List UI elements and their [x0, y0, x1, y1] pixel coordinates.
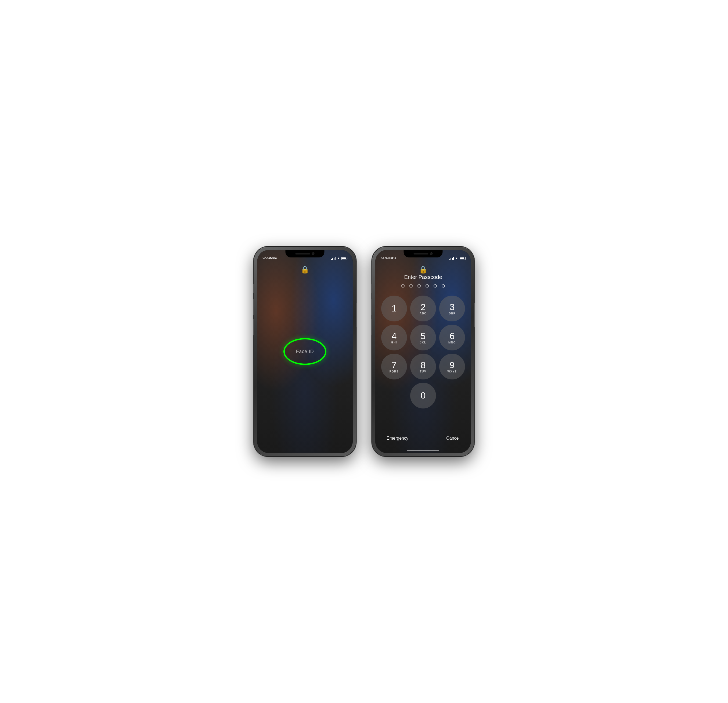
status-icons-2: ▲ [449, 256, 465, 260]
key-0-num: 0 [421, 391, 426, 400]
key-6[interactable]: 6 MNO [439, 325, 465, 350]
key-8-num: 8 [421, 360, 426, 369]
phone-screen-1: Vodafone ▲ 🔒 Face ID [257, 250, 353, 453]
face-id-oval[interactable]: Face ID [283, 338, 326, 365]
key-8-letters: TUV [420, 370, 427, 373]
face-id-label: Face ID [296, 349, 314, 354]
passcode-dot-4 [426, 284, 429, 288]
notch-2 [404, 250, 443, 257]
battery-icon-2 [459, 257, 465, 260]
battery-icon [341, 257, 347, 260]
key-7-num: 7 [391, 360, 397, 369]
speaker [296, 253, 310, 255]
key-3-letters: DEF [449, 312, 456, 315]
passcode-dot-1 [402, 284, 404, 288]
key-7[interactable]: 7 PQRS [381, 354, 407, 379]
key-9[interactable]: 9 WXYZ [439, 354, 465, 379]
key-9-num: 9 [450, 360, 455, 369]
front-camera [312, 252, 315, 255]
key-4-letters: GHI [391, 341, 397, 344]
key-4[interactable]: 4 GHI [381, 325, 407, 350]
key-6-letters: MNO [448, 341, 456, 344]
key-5-num: 5 [421, 331, 426, 340]
cancel-button[interactable]: Cancel [443, 434, 463, 443]
lock-icon-1: 🔒 [300, 266, 309, 274]
key-8[interactable]: 8 TUV [410, 354, 436, 379]
key-5[interactable]: 5 JKL [410, 325, 436, 350]
passcode-dot-6 [442, 284, 445, 288]
carrier-1: Vodafone [263, 256, 277, 260]
mute-button[interactable] [253, 284, 254, 293]
key-1[interactable]: 1 [381, 296, 407, 321]
carrier-2: ne WiFiCa [381, 256, 396, 260]
power-button[interactable] [356, 303, 357, 327]
passcode-dots [375, 284, 471, 288]
key-6-num: 6 [450, 331, 455, 340]
key-5-letters: JKL [420, 341, 426, 344]
volume-down-button-2[interactable] [371, 319, 372, 336]
notch-1 [286, 250, 325, 257]
key-3[interactable]: 3 DEF [439, 296, 465, 321]
volume-up-button[interactable] [253, 299, 254, 315]
power-button-2[interactable] [474, 303, 475, 327]
phone-2: ne WiFiCa ▲ 🔒 Enter Passcode [372, 247, 474, 456]
volume-down-button[interactable] [253, 319, 254, 336]
key-0[interactable]: 0 [410, 383, 436, 408]
front-camera-2 [430, 252, 433, 255]
home-indicator [407, 450, 439, 451]
key-3-num: 3 [450, 302, 455, 311]
face-id-container[interactable]: Face ID [283, 338, 326, 365]
speaker-2 [414, 253, 429, 255]
phone-1: Vodafone ▲ 🔒 Face ID [254, 247, 356, 456]
mute-button-2[interactable] [371, 284, 372, 293]
emergency-button[interactable]: Emergency [383, 434, 412, 443]
passcode-dot-5 [433, 284, 437, 288]
key-4-num: 4 [391, 331, 397, 340]
key-1-num: 1 [391, 304, 397, 313]
signal-icon-2 [449, 257, 454, 260]
key-2-num: 2 [421, 302, 426, 311]
bottom-actions: Emergency Cancel [375, 434, 471, 443]
key-2-letters: ABC [420, 312, 427, 315]
keypad-empty-left [381, 383, 407, 408]
wifi-icon: ▲ [337, 256, 340, 260]
passcode-dot-3 [417, 284, 421, 288]
status-icons-1: ▲ [331, 256, 347, 260]
key-9-letters: WXYZ [448, 370, 457, 373]
passcode-dot-2 [409, 284, 413, 288]
keypad: 1 2 ABC 3 DEF 4 GHI 5 JKL 6 MNO [381, 296, 465, 408]
lock-icon-2: 🔒 [419, 266, 428, 274]
key-2[interactable]: 2 ABC [410, 296, 436, 321]
keypad-empty-right [439, 383, 465, 408]
key-7-letters: PQRS [390, 370, 399, 373]
signal-icon [331, 257, 336, 260]
wifi-icon-2: ▲ [455, 256, 458, 260]
volume-up-button-2[interactable] [371, 299, 372, 315]
phone-screen-2: ne WiFiCa ▲ 🔒 Enter Passcode [375, 250, 471, 453]
passcode-title: Enter Passcode [375, 274, 471, 280]
